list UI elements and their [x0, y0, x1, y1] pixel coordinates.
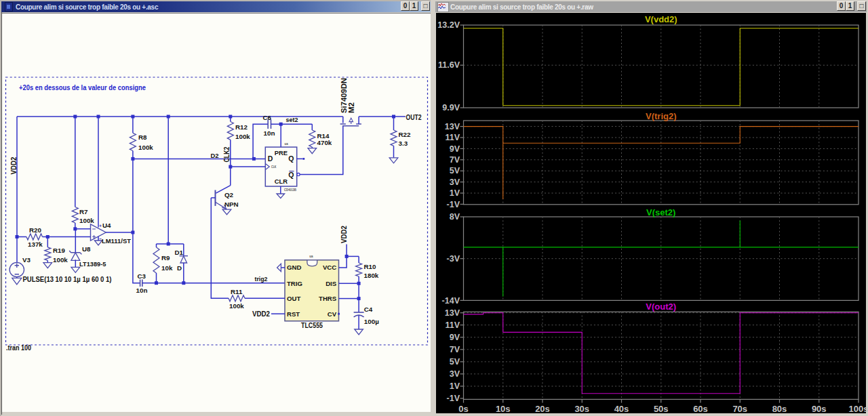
svg-text:1V: 1V: [450, 188, 460, 198]
svg-text:5V: 5V: [450, 357, 460, 367]
svg-text:3V: 3V: [450, 178, 460, 187]
svg-text:100k: 100k: [53, 256, 68, 264]
svg-text:100k: 100k: [79, 217, 94, 224]
svg-text:+20s en dessous de la valeur d: +20s en dessous de la valeur de consigne: [19, 84, 146, 91]
svg-text:100k: 100k: [229, 302, 244, 310]
svg-text:R20: R20: [29, 226, 42, 234]
svg-text:10k: 10k: [161, 264, 173, 272]
svg-text:13V: 13V: [445, 122, 460, 131]
svg-text:100k: 100k: [235, 133, 250, 140]
svg-text:9V: 9V: [450, 144, 460, 154]
svg-text:VCC: VCC: [323, 264, 336, 271]
svg-text:M2: M2: [348, 102, 355, 113]
svg-text:D1: D1: [175, 249, 184, 256]
svg-text:7V: 7V: [450, 345, 460, 354]
svg-text:40s: 40s: [614, 404, 629, 414]
svg-text:TRIG: TRIG: [287, 280, 302, 287]
svg-text:R10: R10: [364, 263, 377, 270]
svg-text:20s: 20s: [535, 404, 550, 414]
svg-text:13V: 13V: [445, 308, 460, 318]
svg-text:set2: set2: [286, 116, 299, 123]
svg-text:137k: 137k: [28, 241, 43, 248]
svg-text:PULSE(13 10 10 1µ 1µ 60 0 1): PULSE(13 10 10 1µ 1µ 60 0 1): [23, 276, 112, 283]
svg-text:-14V: -14V: [442, 296, 460, 306]
svg-text:7V: 7V: [450, 155, 460, 165]
svg-text:9.9V: 9.9V: [442, 103, 460, 112]
svg-text:Q: Q: [288, 171, 294, 179]
svg-text:VDD2: VDD2: [340, 226, 348, 243]
svg-text:VDD2: VDD2: [10, 157, 18, 174]
svg-text:CLK2: CLK2: [223, 146, 231, 162]
svg-text:0s: 0s: [458, 404, 468, 414]
svg-text:100k: 100k: [138, 144, 153, 151]
svg-text:9V: 9V: [450, 333, 460, 342]
svg-text:3.3: 3.3: [399, 140, 408, 147]
svg-text:THRS: THRS: [319, 295, 337, 302]
svg-text:R7: R7: [79, 208, 88, 215]
svg-text:-1V: -1V: [447, 200, 460, 209]
svg-text:30s: 30s: [574, 404, 589, 414]
svg-text:OUT2: OUT2: [406, 114, 422, 121]
svg-text:ua: ua: [285, 142, 289, 146]
svg-text:.tran 100: .tran 100: [6, 344, 31, 352]
svg-text:U8: U8: [82, 245, 91, 253]
svg-text:V(set2): V(set2): [646, 207, 675, 217]
svg-text:CLK: CLK: [271, 165, 277, 169]
svg-text:D: D: [177, 264, 182, 272]
svg-text:DIS: DIS: [326, 280, 337, 287]
svg-text:1V: 1V: [450, 381, 460, 391]
svg-text:90s: 90s: [812, 404, 827, 414]
svg-text:TLC555: TLC555: [301, 322, 323, 329]
svg-text:C6: C6: [263, 114, 272, 121]
svg-text:VDD2: VDD2: [252, 310, 270, 318]
svg-text:10n: 10n: [136, 287, 148, 294]
svg-text:100µ: 100µ: [364, 318, 379, 325]
svg-text:470k: 470k: [317, 139, 332, 146]
svg-text:trig2: trig2: [255, 275, 268, 283]
svg-text:V(trig2): V(trig2): [646, 111, 677, 121]
svg-text:CV: CV: [328, 310, 337, 318]
svg-text:Si7409DN: Si7409DN: [340, 78, 348, 113]
svg-text:D2: D2: [211, 152, 220, 159]
svg-text:80s: 80s: [772, 404, 787, 414]
svg-text:60s: 60s: [693, 404, 708, 414]
svg-text:-1V: -1V: [447, 394, 460, 403]
svg-text:R14: R14: [317, 132, 330, 140]
svg-text:10s: 10s: [496, 404, 511, 414]
svg-text:C4: C4: [364, 306, 373, 313]
svg-text:11V: 11V: [445, 133, 460, 142]
svg-text:-3V: -3V: [447, 254, 460, 264]
svg-text:100s: 100s: [849, 404, 868, 414]
svg-text:Q: Q: [288, 154, 294, 163]
svg-text:Q2: Q2: [224, 191, 234, 199]
svg-text:D: D: [268, 154, 273, 163]
svg-text:CD4013B: CD4013B: [284, 188, 296, 192]
svg-text:R12: R12: [235, 123, 248, 131]
svg-text:5V: 5V: [450, 166, 460, 175]
svg-text:R9: R9: [161, 254, 170, 262]
svg-text:R19: R19: [53, 247, 66, 254]
svg-text:R11: R11: [231, 288, 243, 295]
svg-text:13.2V: 13.2V: [437, 20, 460, 30]
svg-text:3V: 3V: [450, 369, 460, 379]
svg-text:NPN: NPN: [224, 201, 239, 208]
svg-text:10n: 10n: [264, 129, 275, 137]
svg-text:LT1389-5: LT1389-5: [79, 260, 106, 268]
svg-text:V(out2): V(out2): [646, 301, 676, 312]
svg-text:V(vdd2): V(vdd2): [645, 14, 677, 24]
svg-text:70s: 70s: [732, 404, 747, 414]
svg-text:LM111/ST: LM111/ST: [102, 237, 131, 245]
svg-text:U4: U4: [102, 222, 111, 229]
svg-text:C3: C3: [138, 272, 146, 280]
svg-text:8V: 8V: [450, 212, 460, 222]
svg-text:R8: R8: [138, 133, 147, 141]
svg-text:180k: 180k: [364, 272, 379, 279]
svg-text:11.6V: 11.6V: [438, 60, 460, 70]
svg-text:CLR: CLR: [275, 178, 288, 185]
svg-text:50s: 50s: [654, 404, 669, 414]
svg-text:11V: 11V: [445, 320, 460, 330]
svg-text:RST: RST: [287, 310, 300, 318]
svg-text:PRE: PRE: [275, 149, 288, 157]
svg-text:V3: V3: [22, 256, 31, 264]
svg-text:R22: R22: [399, 131, 412, 138]
